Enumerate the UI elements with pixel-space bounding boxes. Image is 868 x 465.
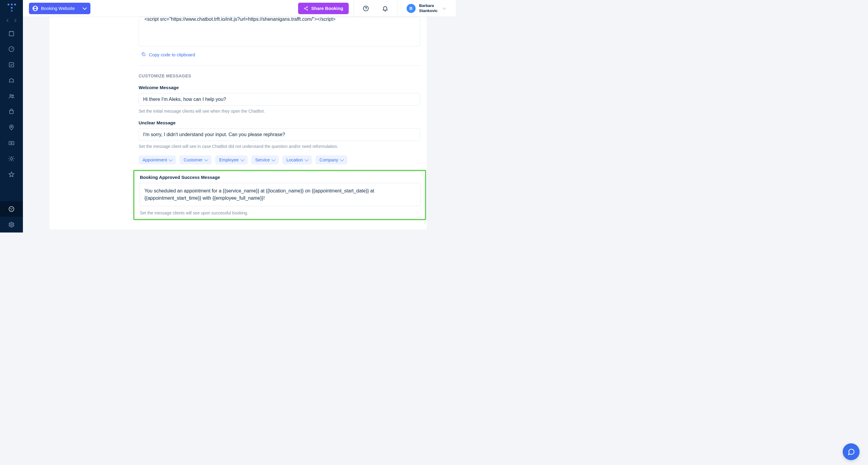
approved-message-section: Booking Approved Success Message Set the… — [133, 170, 426, 220]
chevron-down-icon — [442, 6, 446, 9]
chevron-down-icon — [241, 158, 244, 161]
chevron-down-icon — [305, 158, 309, 161]
user-name: Barbara Stankovic — [419, 3, 438, 13]
chip-location[interactable]: Location — [282, 156, 312, 164]
chip-company[interactable]: Company — [315, 156, 347, 164]
divider — [138, 65, 420, 66]
sidebar-item-customize[interactable] — [0, 201, 23, 217]
notifications-button[interactable] — [378, 5, 393, 12]
approved-message-help: Set the message clients will see upon su… — [140, 210, 420, 215]
sidebar-item-locations[interactable] — [8, 124, 15, 131]
welcome-message-label: Welcome Message — [138, 85, 427, 90]
section-title: CUSTOMIZE MESSAGES — [138, 73, 427, 78]
sidebar-item-settings[interactable] — [0, 217, 23, 232]
divider — [353, 0, 354, 17]
svg-point-13 — [10, 224, 12, 226]
sidebar-item-dashboard[interactable] — [8, 46, 15, 53]
copy-code-button[interactable]: Copy code to clipboard — [138, 52, 427, 65]
svg-point-12 — [11, 210, 12, 210]
unclear-message-label: Unclear Message — [138, 120, 427, 125]
svg-point-7 — [11, 142, 12, 144]
site-button-label: Booking Website — [41, 6, 75, 11]
placeholder-chips: Appointment Customer Employee Service Lo… — [138, 156, 427, 164]
sidebar-item-tasks[interactable] — [8, 61, 15, 68]
embed-code-text: <script src="https://www.chatbot.trft.io… — [144, 17, 336, 22]
approved-message-label: Booking Approved Success Message — [140, 175, 420, 180]
divider — [397, 0, 398, 17]
sidebar-history-nav — [7, 19, 16, 22]
sidebar-item-features[interactable] — [8, 156, 15, 162]
copy-code-label: Copy code to clipboard — [149, 52, 195, 57]
svg-rect-0 — [9, 32, 14, 36]
avatar: B — [407, 4, 415, 13]
chevron-down-icon — [169, 158, 173, 161]
svg-point-5 — [11, 126, 12, 128]
welcome-message-help: Set the initial message clients will see… — [138, 109, 427, 113]
booking-website-dropdown[interactable]: Booking Website — [29, 3, 90, 14]
unclear-message-input[interactable] — [138, 128, 420, 141]
chevron-down-icon — [340, 158, 344, 161]
share-icon — [304, 6, 308, 11]
share-booking-button[interactable]: Share Booking — [298, 3, 349, 14]
globe-icon — [33, 6, 38, 11]
svg-point-8 — [10, 158, 12, 160]
chevron-down-icon — [83, 5, 87, 10]
svg-point-11 — [12, 208, 13, 209]
sidebar-item-favorites[interactable] — [8, 171, 15, 178]
copy-icon — [141, 52, 146, 58]
chevron-down-icon — [204, 158, 208, 161]
help-button[interactable] — [359, 5, 373, 12]
app-logo — [7, 4, 16, 11]
svg-point-3 — [10, 95, 12, 96]
sidebar-item-finance[interactable] — [8, 140, 15, 146]
svg-rect-6 — [9, 141, 14, 145]
welcome-message-input[interactable] — [138, 93, 420, 106]
topbar: Booking Website Share Booking B Barbara … — [23, 0, 456, 17]
embed-code-box[interactable]: <script src="https://www.chatbot.trft.io… — [138, 17, 420, 46]
sidebar-item-calendar[interactable] — [8, 30, 15, 37]
svg-point-9 — [9, 207, 14, 212]
svg-point-10 — [10, 208, 11, 209]
svg-point-4 — [12, 95, 13, 96]
svg-rect-2 — [9, 63, 14, 67]
svg-point-18 — [366, 9, 366, 10]
approved-message-input[interactable] — [139, 183, 421, 206]
sidebar — [0, 0, 23, 232]
unclear-message-help: Set the message client will see in case … — [138, 144, 427, 149]
chip-customer[interactable]: Customer — [180, 156, 212, 164]
chevron-down-icon — [272, 158, 276, 161]
nav-back-icon[interactable] — [6, 19, 10, 22]
svg-rect-19 — [143, 54, 145, 56]
sidebar-item-services[interactable] — [8, 77, 15, 84]
chip-employee[interactable]: Employee — [215, 156, 247, 164]
sidebar-item-orders[interactable] — [8, 108, 15, 115]
settings-card: <script src="https://www.chatbot.trft.io… — [50, 17, 427, 230]
chip-service[interactable]: Service — [251, 156, 279, 164]
nav-forward-icon[interactable] — [13, 19, 16, 22]
share-button-label: Share Booking — [311, 6, 343, 11]
user-menu[interactable]: B Barbara Stankovic — [402, 3, 450, 13]
chip-appointment[interactable]: Appointment — [138, 156, 176, 164]
sidebar-item-customers[interactable] — [8, 93, 15, 99]
